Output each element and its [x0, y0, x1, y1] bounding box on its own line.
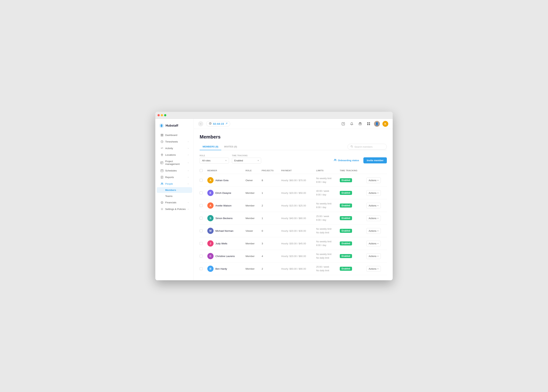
reports-icon: [160, 176, 163, 179]
settings-icon: [160, 208, 163, 210]
sidebar-item-schedules[interactable]: Schedules ›: [157, 168, 192, 174]
member-tracking-cell: Enabled: [338, 262, 364, 275]
invite-member-button[interactable]: Invite member: [363, 157, 387, 163]
member-cell: S Simon Beckens: [205, 212, 243, 224]
sidebar-item-activity[interactable]: Activity ›: [157, 145, 192, 151]
sidebar-sub-teams[interactable]: Teams: [157, 193, 192, 199]
onboarding-status-button[interactable]: Onboarding status: [332, 157, 361, 164]
sidebar-item-reports[interactable]: Reports ›: [157, 174, 192, 180]
sidebar-item-timesheets[interactable]: Timesheets ›: [157, 139, 192, 145]
row-checkbox-cell: [200, 174, 205, 187]
member-limits-3: 25:00 / week 8:00 / day: [316, 215, 335, 222]
time-tracking-filter-select[interactable]: Enabled ▾: [232, 158, 261, 164]
member-payment-cell: Hourly: $15.00 / $25.00: [279, 199, 314, 212]
timesheets-icon: [160, 140, 163, 143]
svg-point-6: [162, 154, 162, 155]
member-name-4: Michael Norman: [215, 230, 233, 232]
member-actions-button-7[interactable]: Actions ▾: [366, 266, 381, 272]
svg-point-33: [334, 159, 335, 160]
row-checkbox-7[interactable]: [200, 267, 202, 270]
role-filter-select[interactable]: All roles ▾: [200, 158, 229, 164]
member-tracking-cell: Enabled: [338, 224, 364, 237]
row-checkbox-5[interactable]: [200, 242, 202, 245]
row-checkbox-cell: [200, 262, 205, 275]
member-actions-button-4[interactable]: Actions ▾: [366, 228, 381, 234]
fullscreen-button[interactable]: [164, 114, 166, 116]
member-name-1: Elrich Dwayne: [215, 192, 231, 194]
sidebar-sub-members-label: Members: [165, 189, 176, 191]
row-checkbox-2[interactable]: [200, 204, 202, 207]
timer-widget[interactable]: 02:44:15: [206, 121, 230, 126]
user-avatar[interactable]: 👤: [374, 121, 380, 127]
member-actions-button-2[interactable]: Actions ▾: [366, 203, 381, 209]
member-cell: J Judy Wells: [205, 237, 243, 250]
row-checkbox-cell: [200, 199, 205, 212]
sidebar-item-locations[interactable]: Locations ›: [157, 152, 192, 158]
sidebar-item-financials[interactable]: Financials ›: [157, 199, 192, 205]
sidebar-item-settings[interactable]: Settings & Policies ›: [157, 206, 192, 212]
member-tracking-badge-2: Enabled: [340, 203, 352, 208]
row-checkbox-cell: [200, 187, 205, 199]
minimize-button[interactable]: [161, 114, 163, 116]
schedules-icon: [160, 169, 163, 172]
sidebar-item-people[interactable]: People ›: [157, 181, 192, 187]
member-tracking-badge-1: Enabled: [340, 191, 352, 195]
svg-point-20: [161, 201, 163, 203]
back-icon: ←: [200, 122, 202, 125]
grid-button[interactable]: [366, 121, 371, 127]
member-payment-5: Hourly: $30.00 / $45.00: [281, 242, 306, 245]
svg-point-18: [161, 183, 162, 184]
sidebar-sub-members[interactable]: Members: [157, 187, 192, 193]
search-input[interactable]: [354, 146, 384, 148]
help-button[interactable]: ?: [340, 121, 346, 127]
row-checkbox-0[interactable]: [200, 179, 202, 182]
member-payment-2: Hourly: $15.00 / $25.00: [281, 204, 306, 207]
table-header-row: Member Role Projects Payment: [200, 167, 387, 174]
gift-button[interactable]: [357, 121, 363, 127]
member-tracking-badge-4: Enabled: [340, 229, 352, 233]
search-box[interactable]: [347, 144, 387, 150]
member-tracking-badge-7: Enabled: [340, 267, 352, 271]
back-button[interactable]: ←: [198, 121, 203, 126]
row-checkbox-1[interactable]: [200, 191, 202, 194]
payment-header: Payment: [279, 167, 314, 174]
svg-point-21: [161, 209, 162, 209]
row-checkbox-4[interactable]: [200, 229, 202, 232]
member-payment-cell: Hourly: $30.00 / $45.00: [279, 237, 314, 250]
sidebar-item-project-management[interactable]: Project management ›: [157, 158, 192, 167]
member-actions-button-3[interactable]: Actions ▾: [366, 215, 381, 221]
projects-icon: [160, 161, 163, 164]
member-role-cell: Owner: [243, 174, 259, 187]
member-name-2: Anette Watson: [215, 204, 231, 207]
notifications-button[interactable]: [349, 121, 354, 127]
sidebar-sub-teams-label: Teams: [165, 195, 173, 197]
row-checkbox-3[interactable]: [200, 217, 202, 220]
sidebar-label-financials: Financials: [165, 201, 176, 204]
role-filter-chevron-icon: ▾: [225, 159, 227, 162]
member-actions-button-5[interactable]: Actions ▾: [366, 241, 381, 246]
tab-invites[interactable]: INVITES (0): [221, 143, 240, 150]
close-button[interactable]: [158, 114, 160, 116]
row-checkbox-6[interactable]: [200, 255, 202, 258]
sidebar-logo: Hubstaff: [155, 122, 194, 132]
member-tracking-cell: Enabled: [338, 199, 364, 212]
member-actions-button-1[interactable]: Actions ▾: [366, 190, 381, 196]
app-layout: Hubstaff Dashboard: [155, 119, 393, 280]
sidebar-item-dashboard[interactable]: Dashboard: [157, 132, 192, 138]
svg-rect-28: [369, 122, 370, 123]
member-projects-5: 3: [262, 242, 263, 245]
member-projects-cell: 2: [260, 262, 279, 275]
member-actions-button-0[interactable]: Actions ▾: [366, 177, 381, 183]
user-initial-badge[interactable]: K: [382, 121, 388, 127]
actions-chevron-1: ▾: [377, 192, 378, 194]
svg-rect-1: [161, 134, 162, 135]
svg-rect-2: [162, 134, 163, 135]
member-name-3: Simon Beckens: [215, 217, 233, 220]
onboarding-label: Onboarding status: [338, 159, 359, 162]
tab-members[interactable]: MEMBERS (8): [200, 143, 221, 150]
member-actions-button-6[interactable]: Actions ▾: [366, 253, 381, 259]
select-all-checkbox[interactable]: [200, 169, 202, 172]
time-tracking-filter-chevron-icon: ▾: [258, 159, 259, 162]
member-limits-cell: No weekly limit No daily limit: [314, 224, 338, 237]
members-table: Member Role Projects Payment: [200, 167, 387, 275]
